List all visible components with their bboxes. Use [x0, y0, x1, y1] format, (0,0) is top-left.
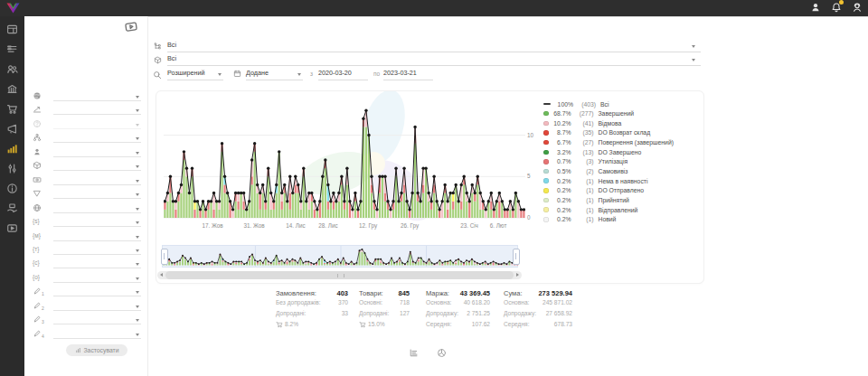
minimap-right-handle[interactable] — [513, 249, 520, 265]
date-field-select[interactable]: Додане — [246, 69, 303, 80]
stat-subvalue: 40 618.20 — [464, 299, 490, 306]
date-from-value: 2020-03-20 — [318, 69, 352, 77]
date-to-input[interactable]: 2023-03-21 — [383, 69, 433, 80]
legend-row[interactable]: 68.7%(277)Завершений — [543, 109, 634, 118]
support-icon[interactable] — [852, 2, 863, 13]
legend-row[interactable]: 10.2%(41)Відмова — [543, 118, 621, 127]
panel-filter-product[interactable] — [33, 160, 141, 173]
legend-row[interactable]: 0.5%(2)Самовивіз — [543, 167, 627, 176]
panel-filter-var-m[interactable]: {м} — [33, 230, 141, 243]
panel-filter-trend[interactable] — [33, 104, 141, 117]
legend-count: (3) — [571, 158, 594, 164]
date-from-label: з — [310, 70, 313, 77]
legend-row[interactable]: 0.2%(1)Нема в наявності — [543, 176, 647, 185]
select-underline — [53, 212, 141, 213]
legend-marker — [543, 103, 551, 105]
select-underline — [53, 240, 141, 241]
tree-icon — [154, 42, 162, 51]
date-field-value: Додане — [246, 69, 269, 77]
legend-row[interactable]: 0.2%(1)DO Отправлено — [543, 186, 644, 195]
legend-percent: 68.7% — [549, 110, 571, 117]
stat-key: Середня: — [426, 321, 452, 327]
legend-percent: 100% — [551, 101, 573, 108]
report-list-icon[interactable] — [409, 348, 419, 358]
legend-row[interactable]: 0.7%(3)Утилізація — [543, 157, 627, 166]
x-tick-label: 14. Лис — [286, 222, 305, 229]
panel-filter-payment[interactable] — [33, 174, 141, 187]
panel-filter-var-c[interactable]: {с} — [33, 258, 141, 270]
product-select-value: Всі — [167, 54, 176, 62]
search-mode-select[interactable]: Розширений — [167, 69, 223, 80]
stat-subrow: Основна:245 871.02 — [504, 299, 572, 310]
legend-label: Прийнятий — [599, 197, 629, 203]
video-guide-icon[interactable] — [123, 20, 139, 33]
panel-filter-custom-3[interactable]: 3 — [33, 314, 141, 326]
panel-filter-funnel[interactable] — [33, 188, 141, 201]
sidebar-item-cart[interactable] — [6, 103, 18, 115]
legend-percent: 6.7% — [549, 139, 571, 146]
panel-filter-structure[interactable] — [33, 132, 141, 145]
orders-chart[interactable] — [164, 97, 525, 220]
legend-row[interactable]: 0.2%(1)Відправлений — [543, 205, 637, 214]
apply-button[interactable]: Застосувати — [66, 344, 127, 356]
pencil-index: 2 — [42, 306, 44, 311]
main-sidebar — [0, 16, 24, 376]
panel-filter-var-d[interactable]: {о} — [33, 272, 141, 285]
sidebar-item-stats[interactable] — [6, 143, 18, 155]
legend-percent: 0.2% — [549, 207, 571, 213]
legend-row[interactable]: 0.2%(1)Новий — [543, 215, 616, 224]
sidebar-item-dashboard[interactable] — [6, 24, 18, 35]
product-select[interactable]: Всі — [167, 54, 701, 66]
sidebar-item-users[interactable] — [6, 63, 18, 75]
legend-row[interactable]: 0.2%(1)Прийнятий — [543, 196, 629, 205]
panel-filter-custom-2[interactable]: 2 — [33, 300, 141, 313]
legend-row[interactable]: 100%(403)Всі — [543, 99, 609, 108]
legend-row[interactable]: 3.2%(13)DO Завершено — [543, 147, 641, 156]
app-logo-icon[interactable] — [5, 2, 21, 14]
sidebar-item-donate[interactable] — [6, 202, 18, 214]
scrollbar-thumb[interactable] — [165, 271, 514, 279]
panel-filter-custom-1[interactable]: 1 — [33, 286, 141, 298]
panel-filter-region[interactable] — [33, 202, 141, 215]
chart-minimap[interactable] — [162, 245, 518, 268]
panel-filter-manager[interactable] — [33, 146, 141, 159]
date-from-input[interactable]: 2020-03-20 — [318, 69, 368, 80]
legend-label: Утилізація — [599, 158, 628, 164]
globe-icon — [33, 91, 42, 100]
sidebar-item-sliders[interactable] — [6, 163, 18, 174]
panel-filter-custom-4[interactable]: 4 — [33, 328, 141, 341]
panel-filter-help[interactable] — [33, 118, 141, 131]
sidebar-item-info[interactable] — [6, 183, 18, 194]
sidebar-item-bank[interactable] — [6, 83, 18, 95]
y-tick-label: 5 — [527, 173, 531, 179]
panel-filter-country[interactable] — [33, 90, 141, 103]
minimap-left-handle[interactable] — [161, 249, 168, 265]
stat-key: Без допродажів: — [276, 299, 321, 306]
bell-icon[interactable] — [831, 2, 842, 13]
panel-filter-var-t[interactable]: {т} — [33, 244, 141, 257]
source-select[interactable]: Всі — [167, 41, 701, 52]
stat-key: Допродажу: — [504, 310, 536, 316]
legend-row[interactable]: 6.7%(27)Повернення (завершений) — [543, 138, 674, 147]
select-underline — [53, 128, 141, 129]
brace-var-c-icon: {с} — [33, 259, 40, 266]
scroll-right-icon[interactable] — [516, 273, 519, 277]
chevron-down-icon — [136, 236, 139, 239]
panel-filter-var-s[interactable]: {s} — [33, 216, 141, 229]
sidebar-item-video[interactable] — [6, 222, 18, 234]
search-icon[interactable] — [153, 70, 162, 80]
chart-scrollbar[interactable] — [157, 271, 522, 279]
legend-row[interactable]: 8.7%(35)DO Возврат склад — [543, 128, 650, 137]
sidebar-item-megaphone[interactable] — [6, 123, 18, 135]
user-avatar-icon[interactable] — [810, 2, 821, 13]
sidebar-item-list[interactable] — [6, 43, 18, 55]
legend-label: Всі — [600, 101, 609, 108]
pencil-icon — [33, 329, 42, 338]
scroll-left-icon[interactable] — [160, 273, 163, 277]
report-pie-icon[interactable] — [437, 348, 447, 358]
legend-percent: 0.2% — [549, 187, 571, 193]
legend-percent: 0.7% — [549, 158, 571, 164]
legend-percent: 0.5% — [549, 168, 571, 174]
chevron-down-icon — [136, 137, 139, 140]
topbar-actions — [810, 2, 863, 13]
